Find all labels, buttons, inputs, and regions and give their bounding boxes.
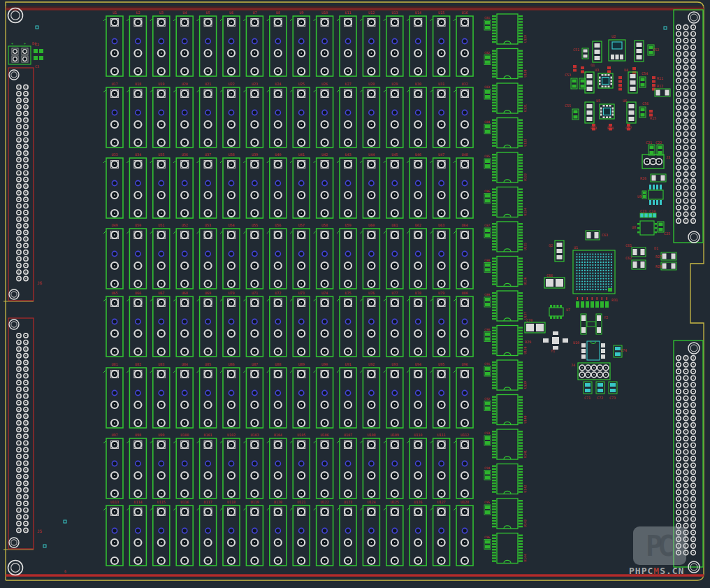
soic-pin: [492, 466, 496, 467]
pad-center: [324, 142, 326, 143]
pad-center: [441, 22, 442, 23]
via-blue: [392, 319, 397, 324]
pad-center: [678, 140, 679, 141]
pad-center: [277, 213, 279, 214]
soic-pin: [492, 410, 496, 412]
bga-ball: [581, 286, 583, 287]
soic-pin: [492, 419, 496, 420]
pad-center: [277, 164, 279, 165]
cap-pad: [485, 510, 490, 514]
pad-center: [114, 373, 115, 375]
soic-pin: [492, 136, 496, 138]
soic-pin: [492, 192, 496, 193]
soic-pin: [519, 192, 523, 193]
pad-center: [161, 265, 162, 266]
pad-center: [347, 333, 349, 334]
relay-refdes: U38: [228, 152, 234, 157]
relay-refdes: U23: [252, 82, 258, 86]
pad-center: [184, 213, 185, 214]
pcb-canvas[interactable]: U1U2U3U4U5U6U7U8U9U10U11U12U13U14U15U16U…: [0, 0, 710, 588]
pad-center: [184, 373, 185, 375]
pad-center: [581, 367, 583, 368]
pad: [633, 261, 637, 268]
pad-center: [161, 444, 162, 445]
pad: [637, 55, 642, 59]
silkscreen-label: R31: [611, 298, 618, 302]
pad: [546, 279, 553, 287]
soic-pin: [519, 500, 523, 501]
pad-center: [371, 71, 372, 72]
pad-center: [686, 538, 687, 540]
relay-refdes: U77: [391, 291, 398, 295]
soic-refdes: U134: [523, 208, 527, 215]
soic-pin: [519, 396, 523, 398]
pad-center: [678, 552, 679, 554]
soic-pin: [519, 347, 523, 348]
pad: [615, 352, 621, 356]
soic-pin: [492, 27, 496, 28]
soic-pin: [492, 511, 496, 512]
pad-center: [678, 214, 679, 215]
pad-center: [678, 404, 679, 406]
pad-center: [347, 302, 349, 303]
pad: [576, 301, 579, 308]
pad-center: [347, 493, 349, 494]
pad-center: [138, 511, 139, 512]
pad-center: [693, 80, 694, 82]
pad-center: [18, 146, 20, 148]
soic-pin: [519, 523, 523, 524]
pad-center: [208, 560, 209, 561]
relay-refdes: U74: [321, 291, 328, 295]
pad-center: [693, 465, 694, 466]
relay-refdes: U17: [111, 82, 117, 86]
soic-pin: [519, 442, 523, 443]
soic-pin: [492, 24, 496, 25]
soic-pin: [492, 538, 496, 539]
cap-pad: [485, 372, 490, 375]
pad-center: [25, 489, 27, 491]
pad-center: [347, 444, 349, 445]
pad-center: [114, 52, 115, 54]
soic-pin: [519, 445, 523, 447]
pad: [662, 254, 667, 259]
pad-center: [208, 351, 209, 352]
pad-center: [161, 351, 162, 352]
pad-center: [324, 373, 326, 375]
soic-pin: [492, 280, 496, 282]
pad-center: [254, 444, 256, 445]
soic-pin: [492, 315, 496, 317]
silkscreen-label: C23: [640, 209, 646, 213]
pad-center: [254, 194, 256, 196]
relay-refdes: U44: [368, 152, 375, 157]
pad-center: [441, 333, 442, 334]
pad-center: [184, 194, 185, 196]
soic-pin: [519, 318, 523, 320]
pad: [526, 324, 534, 331]
pad-center: [300, 475, 302, 476]
soic-pin: [492, 333, 496, 334]
pad-label-tick: [592, 297, 593, 300]
pad-center: [686, 545, 687, 547]
bga-ball: [602, 273, 604, 274]
bga-ball: [592, 259, 593, 260]
via-blue: [205, 390, 210, 395]
pad-center: [184, 265, 185, 266]
soic-pin: [519, 471, 523, 473]
cap-refdes: C83: [484, 85, 490, 89]
pad-center: [25, 449, 27, 450]
pad-center: [324, 213, 326, 214]
bga-ball: [608, 253, 609, 254]
soic-pin: [492, 454, 496, 455]
via-blue: [392, 390, 397, 395]
soic-pin: [492, 174, 496, 175]
relay-refdes: U86: [228, 362, 234, 366]
cap-pad: [485, 540, 490, 544]
bga-ball: [600, 273, 602, 274]
soic-refdes: U131: [523, 104, 527, 112]
pad: [581, 315, 586, 321]
silkscreen-label: 6: [64, 569, 66, 573]
pad-center: [300, 351, 302, 352]
pad-center: [300, 265, 302, 266]
pad-center: [678, 525, 679, 526]
pad-center: [324, 404, 326, 406]
